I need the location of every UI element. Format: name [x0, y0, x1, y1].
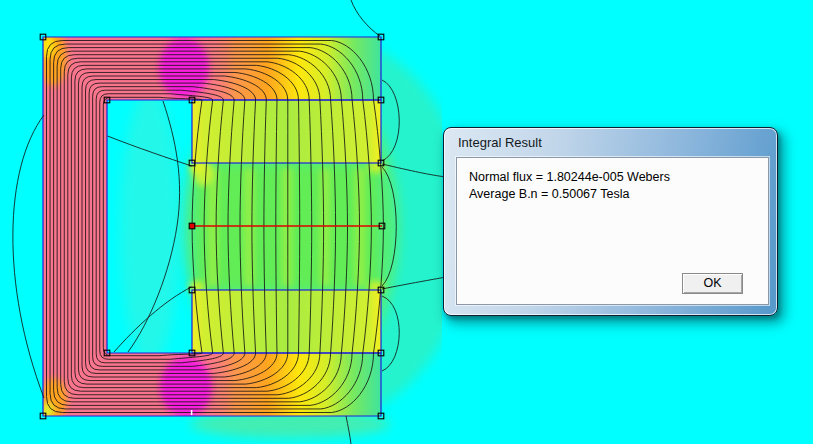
- dialog-title: Integral Result: [458, 135, 542, 150]
- dialog-content-panel: Normal flux = 1.80244e-005 Webers Averag…: [456, 157, 769, 305]
- integral-result-dialog: Integral Result Normal flux = 1.80244e-0…: [443, 127, 778, 316]
- femm-postprocessor-canvas[interactable]: Integral Result Normal flux = 1.80244e-0…: [0, 0, 813, 444]
- result-line-normal-flux: Normal flux = 1.80244e-005 Webers: [469, 169, 768, 186]
- ok-button[interactable]: OK: [682, 273, 743, 294]
- dialog-titlebar[interactable]: Integral Result: [446, 129, 775, 157]
- result-line-average-bn: Average B.n = 0.50067 Tesla: [469, 186, 768, 203]
- integral-results: Normal flux = 1.80244e-005 Webers Averag…: [457, 158, 768, 203]
